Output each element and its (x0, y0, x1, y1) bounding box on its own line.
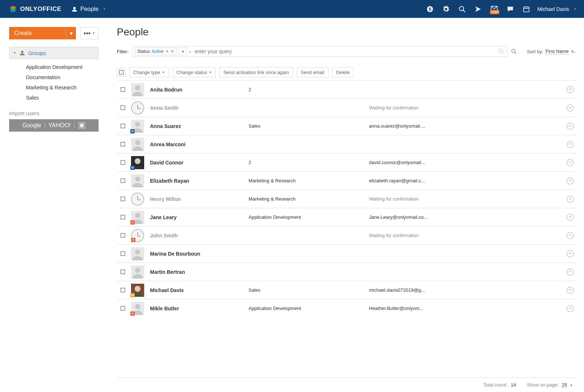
row-menu-button[interactable] (566, 141, 574, 148)
current-user-name: Michael Davis (537, 6, 569, 12)
row-menu-button[interactable] (566, 86, 574, 93)
people-table: Anita Bodrun2Anna SmithWaiting for confi… (117, 80, 577, 377)
person-row: Martin Bertran (117, 263, 577, 281)
row-menu-button[interactable] (566, 159, 574, 166)
person-name[interactable]: Anna Suarez (150, 123, 249, 129)
bulk-action-send-activation-link-once-again[interactable]: Send activation link once again (219, 67, 293, 77)
bulk-action-send-email[interactable]: Send email (297, 67, 328, 77)
group-item[interactable]: Application Development (26, 62, 99, 72)
status-text: Waiting for confirmation (369, 196, 563, 202)
person-name[interactable]: Anrea Marconi (150, 141, 249, 147)
page-title: People (117, 26, 577, 38)
person-row: AMikle ButlerApplication DevelopmentHeat… (117, 299, 577, 317)
current-user-menu[interactable]: Michael Davis ▼ (537, 6, 577, 12)
row-checkbox[interactable] (120, 178, 125, 183)
row-menu-button[interactable] (566, 195, 574, 203)
person-row: Henry MiltonMarketing & ResearchWaiting … (117, 190, 577, 208)
row-menu-button[interactable] (566, 268, 574, 276)
person-name[interactable]: Jane Leary (150, 214, 249, 220)
person-name[interactable]: David Connor (150, 160, 249, 166)
person-email: Jane.Leary@onlyomail.co... (369, 214, 563, 220)
row-checkbox[interactable] (120, 124, 125, 128)
sort-control[interactable]: Sort by: First Name (527, 48, 577, 54)
row-menu-button[interactable] (566, 123, 574, 130)
row-checkbox[interactable] (120, 306, 125, 311)
groups-header[interactable]: ▼ Groups (9, 47, 99, 59)
more-actions-button[interactable]: ••• ▼ (80, 27, 99, 39)
avatar (131, 265, 144, 279)
row-menu-button[interactable] (566, 232, 574, 239)
row-checkbox[interactable] (120, 160, 125, 165)
row-checkbox[interactable] (120, 251, 125, 256)
sort-dir-icon[interactable] (571, 48, 577, 54)
filter-query-input[interactable] (194, 48, 496, 55)
chat-icon[interactable] (507, 5, 514, 13)
select-all-checkbox[interactable] (117, 68, 126, 77)
search-icon[interactable] (511, 48, 517, 54)
bulk-action-change-status[interactable]: Change status▼ (173, 67, 216, 77)
clear-filter-icon[interactable]: ⓧ (498, 48, 504, 55)
svg-rect-8 (523, 7, 529, 12)
person-dept: Application Development (249, 306, 369, 311)
group-item[interactable]: Marketing & Research (26, 82, 99, 93)
remove-chip-icon[interactable]: ✕ (170, 49, 174, 54)
row-checkbox[interactable] (120, 269, 125, 274)
row-checkbox[interactable] (120, 288, 125, 292)
row-menu-button[interactable] (566, 104, 574, 112)
mail-icon-wrapper[interactable]: >100 (491, 5, 498, 13)
app-logo[interactable]: ONLYOFFICE (9, 5, 61, 13)
module-switcher[interactable]: People ▼ (72, 6, 106, 12)
bulk-action-delete[interactable]: Delete (332, 67, 354, 77)
pricing-icon[interactable]: $ (426, 5, 434, 13)
person-name[interactable]: Michael Davis (150, 287, 249, 293)
filter-chip-status[interactable]: Status Active ▼ ✕ (135, 47, 177, 55)
row-menu-button[interactable] (566, 214, 574, 221)
row-menu-button[interactable] (566, 305, 574, 312)
row-checkbox[interactable] (120, 215, 125, 220)
google-provider: Google (22, 122, 41, 129)
row-checkbox[interactable] (120, 197, 125, 201)
group-list: Application DevelopmentDocumentationMark… (9, 59, 99, 103)
svg-point-25 (135, 122, 140, 127)
add-filter-button[interactable]: + (179, 47, 187, 55)
calendar-icon[interactable] (523, 5, 530, 13)
row-checkbox[interactable] (120, 233, 125, 238)
svg-point-12 (21, 51, 24, 53)
chevron-down-icon: ▼ (92, 31, 95, 35)
row-menu-button[interactable] (566, 250, 574, 257)
row-menu-button[interactable] (566, 287, 574, 294)
person-name[interactable]: Martin Bertran (150, 269, 249, 275)
search-icon[interactable] (458, 5, 466, 13)
avatar: A (131, 302, 144, 315)
person-row: Anrea Marconi (117, 135, 577, 153)
pending-clock-icon (131, 101, 144, 115)
group-item[interactable]: Sales (26, 93, 99, 103)
person-row: Marina De Bourboun (117, 244, 577, 263)
row-checkbox[interactable] (120, 142, 125, 147)
total-count: Total count: 14 (483, 382, 516, 388)
person-name[interactable]: Marina De Bourboun (150, 251, 249, 257)
bulk-action-change-type[interactable]: Change type▼ (129, 67, 169, 77)
person-name[interactable]: John Smith (150, 233, 249, 238)
per-page-control[interactable]: Show on page: 25 ▼ (527, 382, 573, 388)
group-item[interactable]: Documentation (26, 72, 99, 82)
person-dept: Application Development (249, 214, 369, 220)
person-name[interactable]: Anita Bodrun (150, 87, 249, 93)
settings-icon[interactable] (442, 5, 450, 13)
feed-icon[interactable] (474, 5, 482, 13)
row-checkbox[interactable] (120, 105, 125, 110)
person-dept: Marketing & Research (249, 178, 369, 183)
row-checkbox[interactable] (120, 87, 125, 92)
person-name[interactable]: Elizabeth Rayan (150, 178, 249, 184)
create-button[interactable]: Create ▾ (9, 27, 76, 39)
person-name[interactable]: Mikle Butler (150, 306, 249, 311)
row-menu-button[interactable] (566, 177, 574, 185)
app-header: ONLYOFFICE People ▼ $ >100 Michael Davis… (0, 0, 584, 18)
chevron-down-icon: ▾ (66, 27, 76, 39)
svg-point-27 (135, 140, 140, 145)
avatar: A (131, 211, 144, 224)
person-row: Anna SmithWaiting for confirmation (117, 98, 577, 117)
import-providers[interactable]: Google | YAHOO! | (9, 119, 99, 132)
person-name[interactable]: Anna Smith (150, 105, 249, 111)
person-name[interactable]: Henry Milton (150, 196, 249, 202)
